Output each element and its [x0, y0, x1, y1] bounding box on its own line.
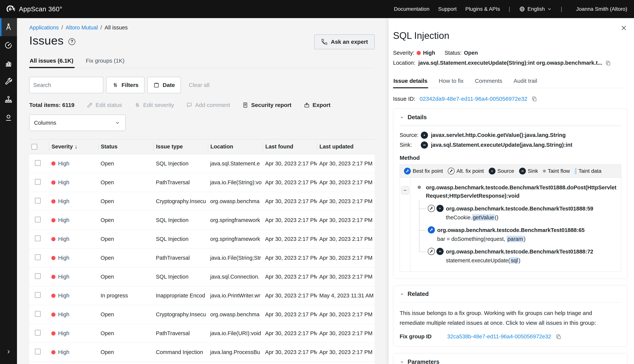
severity-value: High — [58, 349, 70, 355]
add-comment-button[interactable]: Add comment — [186, 102, 230, 108]
issue-type-value: Inappropriate Encod — [154, 292, 208, 299]
table-row[interactable]: High Open SQL Injection org.springframew… — [29, 211, 375, 230]
filters-icon — [112, 82, 119, 88]
nav-documentation[interactable]: Documentation — [394, 6, 429, 12]
tab-all-issues[interactable]: All issues (6.1K) — [29, 55, 75, 68]
severity-value: High — [58, 217, 70, 223]
header-status[interactable]: Status — [98, 142, 154, 151]
table-row[interactable]: High Open SQL Injection java.sql.Stateme… — [29, 154, 375, 173]
parameters-section-toggle[interactable]: Parameters — [400, 358, 621, 364]
edit-severity-button[interactable]: Edit severity — [134, 102, 174, 108]
severity-value: High — [58, 236, 70, 242]
close-panel-button[interactable] — [620, 24, 627, 31]
row-checkbox[interactable] — [35, 292, 41, 298]
last-found-value: Apr 30, 2023 2:17 PM — [263, 330, 317, 336]
table-row[interactable]: High Open Cryptography.Insecu org.owasp.… — [29, 192, 375, 211]
clear-all-button[interactable]: Clear all — [189, 82, 209, 88]
related-section-toggle[interactable]: Related — [400, 291, 621, 298]
header-severity[interactable]: Severity ↓ — [49, 142, 98, 151]
tab-how-to-fix[interactable]: How to fix — [438, 76, 464, 88]
severity-value: High — [58, 292, 70, 299]
details-section-toggle[interactable]: Details — [400, 114, 621, 121]
trace-node-source[interactable]: org.owasp.benchmark.testcode.BenchmarkTe… — [419, 200, 617, 222]
last-found-value: Apr 30, 2023 2:17 PM — [263, 349, 317, 355]
row-checkbox[interactable] — [35, 330, 41, 336]
nav-plugins-apis[interactable]: Plugins & APIs — [465, 6, 500, 12]
table-row[interactable]: High Open PathTraversal java.io.File(Str… — [29, 248, 375, 267]
legend-taint-data: Taint data — [575, 168, 601, 174]
total-items-count: Total items: 6119 — [29, 102, 75, 108]
collapse-trace-button[interactable]: − — [401, 186, 409, 194]
nav-support[interactable]: Support — [438, 6, 457, 12]
copy-location-button[interactable] — [605, 60, 611, 66]
select-all-checkbox[interactable] — [32, 144, 37, 150]
row-checkbox[interactable] — [35, 311, 41, 317]
header-location[interactable]: Location — [208, 142, 263, 151]
export-button[interactable]: Export — [304, 102, 331, 108]
table-row[interactable]: High Open Command Injection java.lang.Pr… — [29, 343, 375, 362]
row-checkbox[interactable] — [35, 273, 41, 279]
row-checkbox[interactable] — [35, 236, 41, 241]
sidebar-item-reports[interactable] — [0, 54, 17, 72]
tab-issue-details[interactable]: Issue details — [393, 76, 428, 88]
row-checkbox[interactable] — [35, 198, 41, 204]
location-value: java.io.File(URI):void — [208, 330, 263, 336]
help-icon[interactable]: ? — [69, 38, 75, 45]
tainted-token: sql — [510, 257, 518, 264]
header-issue-type[interactable]: Issue type — [154, 142, 208, 151]
best-fix-point-icon — [404, 168, 411, 174]
trace-node-sink[interactable]: org.owasp.benchmark.testcode.BenchmarkTe… — [419, 243, 617, 264]
sidebar-item-tools[interactable] — [0, 72, 17, 90]
table-row[interactable]: High In progress Inappropriate Encod jav… — [29, 362, 375, 364]
columns-dropdown[interactable]: Columns — [29, 115, 126, 131]
divider: | — [509, 6, 510, 12]
security-report-button[interactable]: Security report — [242, 102, 291, 108]
date-button[interactable]: Date — [147, 77, 181, 93]
language-selector[interactable]: English — [519, 6, 552, 12]
sidebar-item-scans[interactable] — [0, 36, 17, 54]
table-row[interactable]: High Open Cryptography.Insecu org.owasp.… — [29, 305, 375, 324]
table-row[interactable]: High Open PathTraversal java.io.File(Str… — [29, 173, 375, 192]
severity-high-dot — [51, 218, 56, 222]
sidebar-item-applications[interactable] — [0, 18, 17, 36]
sidebar-item-org[interactable] — [0, 90, 17, 109]
issue-id-link[interactable]: 02342da9-48e7-ed11-96a4-005056972e32 — [419, 96, 527, 102]
tab-audit-trail[interactable]: Audit trail — [513, 76, 538, 88]
table-row[interactable]: High Open SQL Injection org.springframew… — [29, 230, 375, 248]
severity-value: High — [423, 50, 435, 56]
table-row[interactable]: High Open PathTraversal java.io.File(URI… — [29, 324, 375, 343]
copy-issue-id-button[interactable] — [531, 96, 537, 102]
trace-legend: Best fix point Alt. fix point Source — [400, 165, 621, 178]
last-updated-value: May 4, 2023 11:31 AM — [317, 292, 375, 299]
table-row[interactable]: High Open SQL Injection java.sql.Connect… — [29, 267, 375, 286]
main-content: Applications / Altoro Mutual / All issue… — [17, 18, 388, 364]
header-last-found[interactable]: Last found — [263, 142, 317, 151]
sidebar-expand-button[interactable] — [0, 348, 17, 355]
edit-status-button[interactable]: Edit status — [87, 102, 122, 108]
location-value: java.sql.Statement.executeUpdate(String)… — [418, 60, 602, 66]
row-checkbox[interactable] — [35, 160, 41, 166]
issue-type-value: SQL Injection — [154, 217, 208, 223]
copy-fix-group-id-button[interactable] — [556, 334, 561, 340]
source-value: javax.servlet.http.Cookie.getValue():jav… — [431, 132, 566, 138]
filters-button[interactable]: Filters — [106, 77, 144, 93]
trace-node-best-fix[interactable]: org.owasp.benchmark.testcode.BenchmarkTe… — [419, 222, 617, 243]
table-row[interactable]: High In progress Inappropriate Encod jav… — [29, 286, 375, 305]
fix-group-id-link[interactable]: 32ca538b-48e7-ed11-96a4-005056972e32 — [447, 334, 551, 340]
breadcrumb-altoro-mutual[interactable]: Altoro Mutual — [66, 24, 98, 31]
sidebar-item-user-admin[interactable] — [0, 109, 17, 127]
user-menu[interactable]: Joanna Smith (Altoro) — [576, 6, 627, 12]
row-checkbox[interactable] — [35, 217, 41, 222]
row-checkbox[interactable] — [35, 254, 41, 260]
location-value: java.sql.Statement.e — [208, 160, 263, 167]
breadcrumb-applications[interactable]: Applications — [29, 24, 59, 31]
tab-comments[interactable]: Comments — [474, 76, 503, 88]
row-checkbox[interactable] — [35, 349, 41, 354]
tab-fix-groups[interactable]: Fix groups (1K) — [86, 55, 126, 68]
location-value: java.lang.ProcessBu — [208, 349, 263, 355]
header-last-updated[interactable]: Last updated — [317, 142, 375, 151]
search-input[interactable] — [33, 82, 106, 88]
row-checkbox[interactable] — [35, 179, 41, 185]
ask-expert-button[interactable]: Ask an expert — [314, 34, 375, 49]
alt-fix-point-icon — [448, 168, 455, 174]
